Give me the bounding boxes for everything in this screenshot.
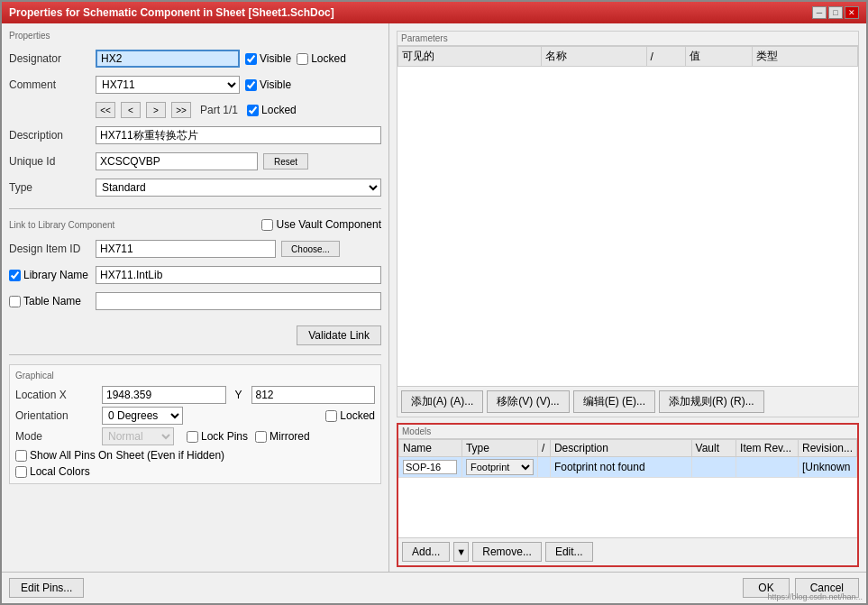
unique-id-label: Unique Id [9, 155, 90, 168]
model-row[interactable]: Footprint Footprint not found [Unknown [399, 457, 857, 478]
add-model-button[interactable]: Add... [402, 542, 450, 562]
model-description: Footprint not found [550, 457, 691, 478]
choose-button[interactable]: Choose... [281, 241, 340, 257]
parameters-label: Parameters [397, 32, 858, 46]
comment-label: Comment [9, 78, 90, 91]
properties-section-label: Properties [9, 31, 381, 41]
library-name-input[interactable] [96, 266, 381, 284]
description-input[interactable] [96, 126, 381, 144]
comment-visible-check[interactable]: Visible [245, 78, 291, 91]
show-all-pins-check[interactable]: Show All Pins On Sheet (Even if Hidden) [15, 449, 224, 462]
models-col-description: Description [550, 440, 691, 457]
designator-label: Designator [9, 52, 90, 65]
mode-row: Mode Normal Lock Pins Mirrored [15, 427, 375, 445]
validate-link-button[interactable]: Validate Link [297, 325, 381, 345]
params-col-name: 名称 [541, 47, 646, 67]
location-y-input[interactable] [251, 386, 376, 404]
lock-pins-check[interactable]: Lock Pins [187, 430, 248, 443]
nav-row: << < > >> Part 1/1 Locked [96, 102, 381, 118]
model-slash [537, 457, 550, 478]
edit-param-button[interactable]: 编辑(E) (E)... [573, 390, 655, 413]
title-bar: Properties for Schematic Component in Sh… [2, 2, 866, 23]
part-label: Part 1/1 [200, 104, 238, 116]
model-vault [691, 457, 736, 478]
table-name-check[interactable]: Table Name [9, 295, 90, 307]
parameters-actions: 添加(A) (A)... 移除(V) (V)... 编辑(E) (E)... 添… [397, 386, 858, 417]
location-x-label: Location X [15, 389, 96, 401]
minimize-button[interactable]: ─ [812, 6, 827, 19]
nav-prev-button[interactable]: < [121, 102, 141, 118]
edit-model-button[interactable]: Edit... [545, 542, 593, 562]
remove-model-button[interactable]: Remove... [472, 542, 542, 562]
graphical-section: Graphical Location X Y Orientation 0 Deg… [9, 364, 381, 484]
mode-label: Mode [15, 430, 96, 443]
unique-id-input[interactable] [96, 152, 258, 170]
add-rule-button[interactable]: 添加规则(R) (R)... [659, 390, 764, 413]
unique-id-row: Unique Id Reset [9, 152, 381, 170]
design-item-row: Design Item ID Choose... [9, 240, 381, 258]
nav-locked-check[interactable]: Locked [247, 104, 297, 116]
orientation-label: Orientation [15, 409, 96, 422]
orientation-select[interactable]: 0 Degrees 90 Degrees 180 Degrees 270 Deg… [102, 407, 183, 425]
location-x-input[interactable] [102, 386, 226, 404]
local-colors-row: Local Colors [15, 465, 375, 478]
description-label: Description [9, 129, 90, 142]
parameters-section: Parameters 可见的 名称 / 值 类型 [397, 31, 859, 417]
orientation-row: Orientation 0 Degrees 90 Degrees 180 Deg… [15, 407, 375, 425]
designator-locked-check[interactable]: Locked [297, 52, 346, 65]
right-panel: Parameters 可见的 名称 / 值 类型 [389, 23, 866, 574]
comment-select[interactable]: HX711 [96, 76, 240, 94]
model-item-rev [736, 457, 799, 478]
mirrored-check[interactable]: Mirrored [255, 430, 310, 443]
parameters-table: 可见的 名称 / 值 类型 [397, 46, 858, 386]
close-button[interactable]: ✕ [845, 6, 859, 19]
title-buttons: ─ □ ✕ [812, 6, 859, 19]
model-type: Footprint [461, 457, 537, 478]
maximize-button[interactable]: □ [828, 6, 843, 19]
graphical-label: Graphical [15, 371, 375, 380]
remove-param-button[interactable]: 移除(V) (V)... [487, 390, 569, 413]
location-y-label: Y [235, 389, 242, 401]
model-revision: [Unknown [798, 457, 856, 478]
models-col-slash: / [537, 440, 550, 457]
reset-button[interactable]: Reset [263, 153, 308, 170]
params-col-value: 值 [686, 47, 753, 67]
params-col-visible: 可见的 [398, 47, 542, 67]
show-all-row: Show All Pins On Sheet (Even if Hidden) [15, 449, 375, 462]
params-col-slash: / [646, 47, 686, 67]
models-col-revision: Revision... [798, 440, 856, 457]
main-window: Properties for Schematic Component in Sh… [0, 0, 868, 605]
edit-pins-button[interactable]: Edit Pins... [9, 578, 84, 598]
model-name [399, 457, 462, 478]
params-col-type: 类型 [753, 47, 858, 67]
designator-input[interactable] [96, 50, 240, 68]
type-row: Type Standard [9, 179, 381, 197]
use-vault-check[interactable]: Use Vault Component [261, 218, 381, 231]
nav-next-button[interactable]: > [146, 102, 166, 118]
add-param-button[interactable]: 添加(A) (A)... [401, 390, 483, 413]
orientation-locked-check[interactable]: Locked [325, 409, 375, 422]
table-name-row: Table Name [9, 292, 381, 310]
table-name-input[interactable] [96, 292, 381, 310]
mode-select[interactable]: Normal [102, 427, 174, 445]
window-title: Properties for Schematic Component in Sh… [9, 6, 334, 19]
local-colors-check[interactable]: Local Colors [15, 465, 90, 478]
nav-first-button[interactable]: << [96, 102, 115, 118]
link-library-label: Link to Library Component [9, 220, 114, 230]
models-label: Models [398, 425, 857, 439]
library-name-row: Library Name [9, 266, 381, 284]
design-item-label: Design Item ID [9, 243, 90, 255]
url-overlay: https://blog.csdn.net/han... [767, 592, 863, 601]
models-col-type: Type [461, 440, 537, 457]
designator-visible-check[interactable]: Visible [245, 52, 291, 65]
left-panel: Properties Designator Visible Locked Com… [2, 23, 389, 574]
comment-row: Comment HX711 Visible [9, 76, 381, 94]
models-col-vault: Vault [691, 440, 736, 457]
designator-row: Designator Visible Locked [9, 50, 381, 68]
design-item-input[interactable] [96, 240, 276, 258]
nav-last-button[interactable]: >> [171, 102, 191, 118]
library-name-check[interactable]: Library Name [9, 269, 90, 281]
description-row: Description [9, 126, 381, 144]
type-select[interactable]: Standard [96, 179, 381, 197]
models-table: Name Type / Description Vault Item Rev..… [398, 439, 857, 537]
